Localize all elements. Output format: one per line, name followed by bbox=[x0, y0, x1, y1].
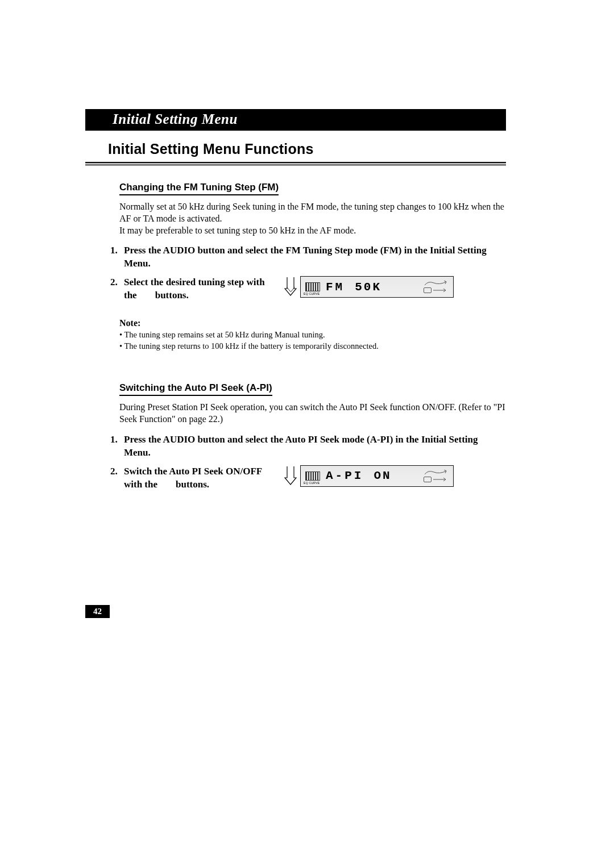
lcd-illustration: EQ CURVE A-PI ON bbox=[284, 465, 454, 491]
step-number: 2. bbox=[110, 276, 121, 302]
eq-curve-icon bbox=[305, 471, 320, 481]
section-banner: Initial Setting Menu bbox=[85, 109, 506, 131]
subheading-api: Switching the Auto PI Seek (A-PI) bbox=[119, 382, 272, 396]
lcd-arrows-icon bbox=[422, 470, 449, 482]
lcd-value-text: 50K bbox=[355, 281, 381, 294]
step-text: Select the desired tuning step with theb… bbox=[124, 276, 272, 302]
lcd-panel: EQ CURVE A-PI ON bbox=[300, 465, 454, 487]
lcd-arrows-icon bbox=[422, 281, 449, 293]
step-number: 1. bbox=[110, 244, 121, 270]
eq-curve-label: EQ CURVE bbox=[304, 481, 320, 485]
lcd-mode-text: A-PI bbox=[326, 469, 363, 482]
note-item: The tuning step remains set at 50 kHz du… bbox=[119, 329, 506, 341]
step-number: 2. bbox=[110, 465, 121, 491]
heading-rule bbox=[85, 162, 506, 166]
step-item: 1. Press the AUDIO button and select the… bbox=[110, 433, 506, 460]
body-para: During Preset Station PI Seek operation,… bbox=[119, 402, 506, 425]
lcd-illustration: EQ CURVE FM 50K bbox=[284, 276, 454, 302]
lcd-mode-text: FM bbox=[326, 281, 345, 294]
pointer-icon bbox=[284, 276, 298, 302]
step-text: Press the AUDIO button and select the FM… bbox=[124, 244, 506, 270]
step-text: Press the AUDIO button and select the Au… bbox=[124, 433, 506, 460]
body-para: It may be preferable to set tuning step … bbox=[119, 225, 506, 237]
pointer-icon bbox=[284, 465, 298, 491]
step-item-with-display: 2. Switch the Auto PI Seek ON/OFF with t… bbox=[110, 465, 506, 491]
banner-title: Initial Setting Menu bbox=[113, 111, 238, 127]
note-list: The tuning step remains set at 50 kHz du… bbox=[119, 329, 506, 352]
note-label: Note: bbox=[119, 318, 506, 328]
eq-curve-label: EQ CURVE bbox=[304, 292, 320, 295]
lcd-panel: EQ CURVE FM 50K bbox=[300, 276, 454, 298]
page-content: Initial Setting Menu Initial Setting Men… bbox=[85, 109, 506, 491]
step-text: Switch the Auto PI Seek ON/OFF with theb… bbox=[124, 465, 272, 491]
page-number: 42 bbox=[85, 605, 110, 618]
step-number: 1. bbox=[110, 433, 121, 460]
eq-curve-icon bbox=[305, 282, 320, 291]
step-item: 1. Press the AUDIO button and select the… bbox=[110, 244, 506, 270]
body-para: Normally set at 50 kHz during Seek tunin… bbox=[119, 201, 506, 225]
lcd-value-text: ON bbox=[374, 469, 391, 482]
page-heading: Initial Setting Menu Functions bbox=[108, 141, 506, 157]
note-item: The tuning step returns to 100 kHz if th… bbox=[119, 341, 506, 352]
subheading-fm-step: Changing the FM Tuning Step (FM) bbox=[119, 182, 279, 195]
step-item-with-display: 2. Select the desired tuning step with t… bbox=[110, 276, 506, 302]
